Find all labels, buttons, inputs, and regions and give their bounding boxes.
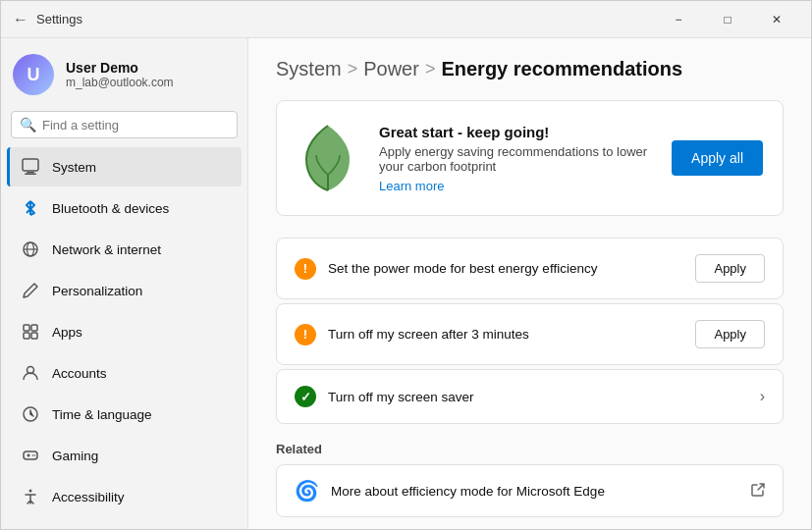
main-content: System > Power > Energy recommendations — [248, 38, 811, 529]
recommendation-2: ! Turn off my screen after 3 minutes App… — [276, 303, 784, 365]
svg-rect-7 — [31, 325, 37, 331]
rec-label-3: Turn off my screen saver — [328, 390, 748, 404]
search-input[interactable] — [42, 118, 229, 132]
edge-icon: 🌀 — [295, 479, 319, 503]
time-icon — [21, 404, 40, 424]
user-profile[interactable]: U User Demo m_lab@outlook.com — [1, 38, 247, 111]
title-bar-controls: − □ ✕ — [656, 5, 799, 34]
personalization-icon — [21, 281, 40, 300]
rec-label-2: Turn off my screen after 3 minutes — [328, 327, 683, 342]
time-label: Time & language — [52, 407, 152, 422]
system-icon — [21, 157, 40, 177]
accessibility-icon — [21, 487, 40, 506]
sidebar: U User Demo m_lab@outlook.com 🔍 System — [1, 38, 248, 529]
svg-point-17 — [29, 490, 32, 493]
avatar: U — [13, 54, 54, 95]
svg-point-16 — [34, 454, 36, 456]
related-edge-item[interactable]: 🌀 More about efficiency mode for Microso… — [276, 464, 784, 517]
settings-window: ← Settings − □ ✕ U User Demo m_lab@outlo… — [0, 0, 812, 530]
hero-section: Great start - keep going! Apply energy s… — [276, 100, 784, 216]
svg-rect-9 — [31, 333, 37, 339]
bluetooth-label: Bluetooth & devices — [52, 201, 169, 216]
nav-gaming[interactable]: Gaming — [7, 436, 242, 475]
apply-button-1[interactable]: Apply — [695, 254, 765, 283]
breadcrumb-part3: Energy recommendations — [441, 58, 682, 80]
breadcrumb: System > Power > Energy recommendations — [276, 58, 784, 80]
hero-description: Apply energy saving recommendations to l… — [379, 144, 652, 174]
nav-system[interactable]: System — [7, 147, 242, 186]
network-icon — [21, 239, 40, 259]
nav-network[interactable]: Network & internet — [7, 230, 242, 269]
svg-rect-6 — [24, 325, 29, 331]
maximize-button[interactable]: □ — [705, 5, 750, 34]
nav-apps[interactable]: Apps — [7, 312, 242, 351]
personalization-label: Personalization — [52, 284, 142, 298]
breadcrumb-part2: Power — [363, 58, 419, 80]
network-label: Network & internet — [52, 242, 161, 257]
user-name: User Demo — [66, 60, 174, 76]
back-button[interactable]: ← — [13, 11, 28, 28]
apply-button-2[interactable]: Apply — [695, 320, 765, 348]
warning-icon-2: ! — [295, 324, 316, 345]
chevron-right-icon: › — [760, 388, 765, 405]
breadcrumb-sep2: > — [425, 59, 436, 80]
svg-rect-8 — [24, 333, 29, 339]
minimize-button[interactable]: − — [656, 5, 701, 34]
related-section-label: Related — [276, 442, 784, 456]
recommendation-3[interactable]: ✓ Turn off my screen saver › — [276, 369, 784, 424]
close-button[interactable]: ✕ — [754, 5, 799, 34]
rec-label-1: Set the power mode for best energy effic… — [328, 261, 683, 276]
nav-privacy[interactable]: Privacy & security — [7, 518, 242, 529]
user-info: User Demo m_lab@outlook.com — [66, 60, 174, 89]
hero-text: Great start - keep going! Apply energy s… — [379, 124, 652, 193]
svg-rect-0 — [23, 159, 38, 171]
search-box[interactable]: 🔍 — [11, 111, 238, 138]
apps-icon — [21, 322, 40, 342]
success-icon-1: ✓ — [295, 386, 316, 407]
accessibility-label: Accessibility — [52, 490, 125, 504]
nav-accessibility[interactable]: Accessibility — [7, 477, 242, 516]
nav-bluetooth[interactable]: Bluetooth & devices — [7, 188, 242, 228]
title-bar-left: ← Settings — [13, 11, 656, 28]
nav-time[interactable]: Time & language — [7, 395, 242, 434]
title-bar: ← Settings − □ ✕ — [1, 1, 811, 38]
leaf-icon — [297, 119, 359, 197]
search-icon: 🔍 — [20, 117, 36, 132]
svg-rect-2 — [25, 174, 36, 176]
bluetooth-icon — [21, 198, 40, 218]
accounts-icon — [21, 363, 40, 383]
breadcrumb-part1: System — [276, 58, 342, 80]
gaming-icon — [21, 446, 40, 465]
recommendation-1: ! Set the power mode for best energy eff… — [276, 238, 784, 299]
system-label: System — [52, 160, 96, 175]
warning-icon-1: ! — [295, 258, 316, 280]
gaming-label: Gaming — [52, 449, 98, 463]
privacy-icon — [21, 528, 40, 529]
accounts-label: Accounts — [52, 366, 107, 381]
apps-label: Apps — [52, 325, 82, 340]
svg-rect-1 — [27, 172, 34, 174]
nav-accounts[interactable]: Accounts — [7, 353, 242, 393]
apply-all-button[interactable]: Apply all — [672, 140, 763, 176]
breadcrumb-sep1: > — [348, 59, 358, 80]
title-bar-title: Settings — [36, 12, 82, 26]
learn-more-link[interactable]: Learn more — [379, 179, 444, 193]
svg-point-15 — [32, 454, 34, 456]
external-link-icon — [751, 483, 765, 500]
hero-title: Great start - keep going! — [379, 124, 652, 140]
user-email: m_lab@outlook.com — [66, 76, 174, 89]
main-layout: U User Demo m_lab@outlook.com 🔍 System — [1, 38, 811, 529]
nav-personalization[interactable]: Personalization — [7, 271, 242, 310]
related-edge-label: More about efficiency mode for Microsoft… — [331, 484, 739, 499]
